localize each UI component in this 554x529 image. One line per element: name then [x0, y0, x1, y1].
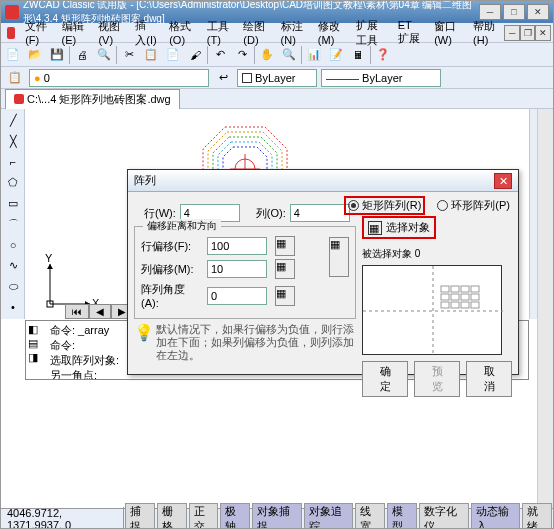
layer-dropdown[interactable]: ● 0 [29, 69, 209, 87]
rowoff-label: 行偏移(F): [141, 239, 201, 254]
menu-et[interactable]: ET扩展 [392, 17, 428, 48]
cancel-button[interactable]: 取消 [466, 361, 512, 397]
menu-tools[interactable]: 工具(T) [201, 17, 237, 48]
coloff-pick-button[interactable]: ▦ [275, 259, 295, 279]
menu-window[interactable]: 窗口(W) [428, 17, 467, 48]
ortho-toggle[interactable]: 正交 [189, 503, 219, 530]
paste-icon[interactable]: 📄 [163, 45, 183, 65]
color-dropdown[interactable]: ByLayer [237, 69, 317, 87]
menu-dim[interactable]: 标注(N) [275, 17, 312, 48]
menu-modify[interactable]: 修改(M) [312, 17, 350, 48]
cut-icon[interactable]: ✂ [119, 45, 139, 65]
otrack-toggle[interactable]: 对象追踪 [304, 503, 354, 530]
nav-prev-icon[interactable]: ◀ [89, 304, 111, 319]
menu-draw[interactable]: 绘图(D) [237, 17, 274, 48]
array-preview [362, 265, 502, 355]
spline-icon[interactable]: ∿ [3, 256, 23, 276]
line-icon[interactable]: ╱ [3, 111, 23, 131]
open-icon[interactable]: 📂 [25, 45, 45, 65]
zoom-icon[interactable]: 🔍 [279, 45, 299, 65]
ellipse-icon[interactable]: ⬭ [3, 277, 23, 297]
save-icon[interactable]: 💾 [47, 45, 67, 65]
new-icon[interactable]: 📄 [3, 45, 23, 65]
offset-groupbox: 偏移距离和方向 行偏移(F): ▦ ▦ 列偏移(M): ▦ 阵列角度(A): ▦ [134, 226, 356, 319]
lwt-toggle[interactable]: 线宽 [355, 503, 385, 530]
rowoff-input[interactable] [207, 237, 267, 255]
svg-rect-23 [461, 294, 469, 300]
menu-edit[interactable]: 编辑(E) [56, 17, 93, 48]
rect-array-label: 矩形阵列(R) [362, 198, 421, 213]
polar-toggle[interactable]: 极轴 [220, 503, 250, 530]
calc-icon[interactable]: 🖩 [348, 45, 368, 65]
snap-toggle[interactable]: 捕捉 [125, 503, 155, 530]
menu-format[interactable]: 格式(O) [163, 17, 201, 48]
linetype-dropdown[interactable]: ——— ByLayer [321, 69, 441, 87]
svg-rect-21 [441, 294, 449, 300]
pline-icon[interactable]: ⌐ [3, 152, 23, 172]
grid-toggle[interactable]: 栅格 [157, 503, 187, 530]
doc-close-button[interactable]: ✕ [535, 25, 551, 41]
redo-icon[interactable]: ↷ [232, 45, 252, 65]
menu-file[interactable]: 文件(F) [19, 17, 55, 48]
tip-text: 默认情况下，如果行偏移为负值，则行添加在下面；如果列偏移为负值，则列添加在左边。 [156, 323, 356, 363]
rowoff-pick-button[interactable]: ▦ [275, 236, 295, 256]
doc-tab[interactable]: C:\...4 矩形阵列地砖图案.dwg [5, 89, 180, 109]
svg-rect-18 [451, 286, 459, 292]
menu-help[interactable]: 帮助(H) [467, 17, 504, 48]
copy-icon[interactable]: 📋 [141, 45, 161, 65]
preview-icon[interactable]: 🔍 [94, 45, 114, 65]
polar-array-radio[interactable]: 环形阵列(P) [437, 196, 510, 215]
close-button[interactable]: ✕ [527, 4, 549, 20]
pan-icon[interactable]: ✋ [257, 45, 277, 65]
both-pick-button[interactable]: ▦ [329, 237, 349, 277]
angle-input[interactable] [207, 287, 267, 305]
svg-rect-20 [471, 286, 479, 292]
doc-tab-label: C:\...4 矩形阵列地砖图案.dwg [27, 92, 171, 107]
svg-rect-27 [461, 302, 469, 308]
rect-array-radio[interactable]: 矩形阵列(R) [344, 196, 425, 215]
svg-rect-25 [441, 302, 449, 308]
doc-minimize-button[interactable]: ─ [504, 25, 520, 41]
dyn-toggle[interactable]: 动态输入 [471, 503, 521, 530]
svg-marker-11 [47, 264, 53, 269]
digit-toggle[interactable]: 数字化仪 [419, 503, 469, 530]
preview-button[interactable]: 预览 [414, 361, 460, 397]
ok-button[interactable]: 确定 [362, 361, 408, 397]
print-icon[interactable]: 🖨 [72, 45, 92, 65]
menu-view[interactable]: 视图(V) [92, 17, 129, 48]
angle-pick-button[interactable]: ▦ [275, 286, 295, 306]
rect-icon[interactable]: ▭ [3, 194, 23, 214]
doc-restore-button[interactable]: ❐ [520, 25, 536, 41]
layer-manager-icon[interactable]: 📋 [5, 68, 25, 88]
dialog-titlebar[interactable]: 阵列 ✕ [128, 170, 518, 192]
osnap-toggle[interactable]: 对象捕捉 [252, 503, 302, 530]
arc-icon[interactable]: ⌒ [3, 215, 23, 235]
menu-bar: 文件(F) 编辑(E) 视图(V) 插入(I) 格式(O) 工具(T) 绘图(D… [1, 23, 553, 43]
xline-icon[interactable]: ╳ [3, 132, 23, 152]
maximize-button[interactable]: □ [503, 4, 525, 20]
svg-rect-24 [471, 294, 479, 300]
props-icon[interactable]: 📝 [326, 45, 346, 65]
coordinates[interactable]: 4046.9712, 1371.9937, 0 [1, 507, 124, 530]
layers-icon[interactable]: 📊 [304, 45, 324, 65]
cmd-icon1[interactable]: ◧ [28, 323, 46, 336]
cmd-icon2[interactable]: ▤ [28, 337, 46, 350]
undo-icon[interactable]: ↶ [210, 45, 230, 65]
cols-input[interactable] [290, 204, 350, 222]
cmd-icon3[interactable]: ◨ [28, 351, 46, 364]
help-icon[interactable]: ❓ [373, 45, 393, 65]
match-icon[interactable]: 🖌 [185, 45, 205, 65]
nav-first-icon[interactable]: ⏮ [65, 304, 89, 319]
coloff-label: 列偏移(M): [141, 262, 201, 277]
circle-icon[interactable]: ○ [3, 235, 23, 255]
svg-rect-17 [441, 286, 449, 292]
point-icon[interactable]: • [3, 297, 23, 317]
select-objects-label: 选择对象 [386, 220, 430, 235]
select-objects-button[interactable]: ▦ 选择对象 [362, 216, 436, 239]
model-toggle[interactable]: 模型 [387, 503, 417, 530]
layer-prev-icon[interactable]: ↩ [213, 68, 233, 88]
dialog-close-button[interactable]: ✕ [494, 173, 512, 189]
coloff-input[interactable] [207, 260, 267, 278]
vertical-scrollbar[interactable] [537, 109, 553, 508]
polygon-icon[interactable]: ⬠ [3, 173, 23, 193]
